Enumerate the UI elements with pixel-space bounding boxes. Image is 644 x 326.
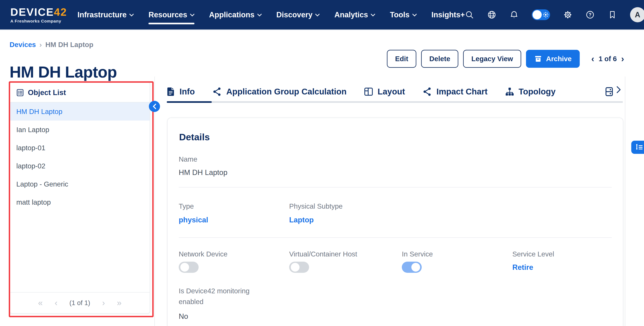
share-network-icon — [422, 87, 432, 96]
edit-button[interactable]: Edit — [387, 50, 416, 68]
tab-label: Layout — [378, 87, 405, 96]
layout-icon — [364, 87, 373, 96]
chevron-down-icon — [315, 14, 320, 17]
pager-next-icon[interactable]: › — [621, 54, 624, 63]
sun-icon — [542, 12, 549, 18]
chevron-down-icon — [371, 14, 375, 17]
globe-icon[interactable] — [487, 10, 496, 19]
tab-info[interactable]: Info — [167, 87, 195, 96]
divider — [179, 237, 612, 238]
field-name: Name HM DH Laptop — [179, 155, 612, 177]
physical-subtype-label: Physical Subtype — [289, 202, 402, 210]
flags-row: Network Device Virtual/Container Host In… — [179, 250, 612, 273]
page-title: HM DH Laptop — [10, 63, 117, 81]
svg-text:?: ? — [589, 12, 592, 17]
file-text-icon — [167, 87, 175, 96]
pager-label: 1 of 6 — [599, 55, 617, 63]
help-icon[interactable]: ? — [586, 10, 595, 19]
nav-item-discovery[interactable]: Discovery — [276, 11, 320, 19]
list-item-laptop-01[interactable]: laptop-01 — [10, 139, 150, 157]
service-level-value-link[interactable]: Retire — [512, 263, 612, 272]
topbar-icon-group: ? A — [465, 7, 644, 22]
tab-label: Impact Chart — [436, 87, 488, 96]
type-label: Type — [179, 202, 289, 210]
sitemap-icon — [505, 87, 514, 96]
in-service-toggle[interactable] — [402, 262, 422, 273]
nav-item-resources[interactable]: Resources — [148, 11, 194, 19]
bookmark-icon[interactable] — [608, 10, 617, 19]
object-list-panel: Object List HM DH Laptop Ian Laptop lapt… — [10, 82, 150, 314]
object-list-header: Object List — [10, 82, 150, 102]
user-avatar[interactable]: A — [630, 7, 644, 22]
nav-item-analytics[interactable]: Analytics — [334, 11, 375, 19]
list-item-laptop-generic[interactable]: Laptop - Generic — [10, 175, 150, 193]
breadcrumb-devices-link[interactable]: Devices — [10, 41, 36, 49]
breadcrumb-separator: › — [40, 41, 42, 49]
field-physical-subtype: Physical Subtype Laptop — [289, 202, 402, 224]
in-service-label: In Service — [402, 250, 512, 258]
monitoring-label: Is Device42 monitoring enabled — [179, 285, 262, 307]
theme-toggle-knob — [532, 10, 542, 19]
settings-gear-icon[interactable] — [563, 10, 572, 19]
field-in-service: In Service — [402, 250, 512, 273]
next-page-icon[interactable]: › — [102, 299, 105, 307]
main-nav: Infrastructure Resources Applications Di… — [78, 11, 465, 19]
name-value: HM DH Laptop — [179, 168, 612, 177]
nav-label: Discovery — [276, 11, 313, 19]
nav-label: Resources — [148, 11, 187, 19]
nav-item-tools[interactable]: Tools — [390, 11, 417, 19]
virtual-host-label: Virtual/Container Host — [289, 250, 402, 258]
notifications-bell-icon[interactable] — [510, 10, 518, 19]
tab-topology[interactable]: Topology — [505, 87, 556, 96]
legacy-view-button[interactable]: Legacy View — [463, 50, 521, 68]
chevron-down-icon — [190, 14, 194, 17]
nav-item-applications[interactable]: Applications — [209, 11, 262, 19]
tabs-underline-track — [167, 101, 623, 103]
tab-label: Application Group Calculation — [226, 87, 346, 96]
open-tree-panel-button[interactable] — [631, 141, 644, 154]
page-indicator: (1 of 1) — [70, 299, 90, 307]
nav-label: Analytics — [334, 11, 368, 19]
breadcrumb-current: HM DH Laptop — [45, 41, 93, 49]
first-page-icon[interactable]: « — [38, 299, 42, 307]
device42-logo[interactable]: DEVICE42 A Freshworks Company — [10, 7, 67, 23]
last-page-icon[interactable]: » — [117, 299, 122, 307]
collapse-sidebar-button[interactable] — [149, 101, 160, 112]
nav-item-infrastructure[interactable]: Infrastructure — [78, 11, 134, 19]
tab-layout[interactable]: Layout — [364, 87, 405, 96]
prev-page-icon[interactable]: ‹ — [55, 299, 58, 307]
tab-rack[interactable] — [605, 87, 613, 96]
nav-label: Insights+ — [432, 11, 465, 19]
brand-42: 42 — [54, 6, 67, 18]
type-value-link[interactable]: physical — [179, 216, 289, 224]
breadcrumb: Devices › HM DH Laptop — [10, 41, 93, 49]
tabs-scroll-right-icon[interactable] — [616, 86, 621, 95]
virtual-host-toggle[interactable] — [289, 262, 309, 273]
top-nav-bar: DEVICE42 A Freshworks Company Infrastruc… — [0, 0, 644, 30]
physical-subtype-value-link[interactable]: Laptop — [289, 216, 402, 224]
list-item-matt-laptop[interactable]: matt laptop — [10, 193, 150, 211]
action-button-row: Edit Delete Legacy View Archive ‹ 1 of 6… — [387, 50, 624, 68]
tab-impact-chart[interactable]: Impact Chart — [422, 87, 488, 96]
list-item-laptop-02[interactable]: laptop-02 — [10, 157, 150, 175]
type-row: Type physical Physical Subtype Laptop — [179, 202, 612, 224]
pager-prev-icon[interactable]: ‹ — [591, 54, 594, 63]
details-heading: Details — [179, 131, 612, 142]
share-network-icon — [212, 87, 222, 96]
detail-tabs: Info Application Group Calculation Layou… — [167, 82, 613, 101]
tab-application-group-calculation[interactable]: Application Group Calculation — [212, 87, 346, 96]
left-panel-separator — [154, 77, 155, 326]
archive-button[interactable]: Archive — [526, 50, 580, 68]
object-list-pagination: « ‹ (1 of 1) › » — [10, 292, 150, 313]
list-item-ian-laptop[interactable]: Ian Laptop — [10, 120, 150, 139]
right-panel-separator — [625, 77, 625, 326]
list-item-hm-dh-laptop[interactable]: HM DH Laptop — [10, 102, 150, 120]
nav-label: Applications — [209, 11, 254, 19]
nav-item-insights[interactable]: Insights+ — [432, 11, 465, 19]
tab-label: Info — [180, 87, 195, 96]
delete-button[interactable]: Delete — [421, 50, 458, 68]
field-monitoring: Is Device42 monitoring enabled No — [179, 285, 612, 321]
theme-toggle[interactable] — [532, 9, 550, 20]
search-icon[interactable] — [465, 10, 474, 19]
network-device-toggle[interactable] — [179, 262, 198, 273]
